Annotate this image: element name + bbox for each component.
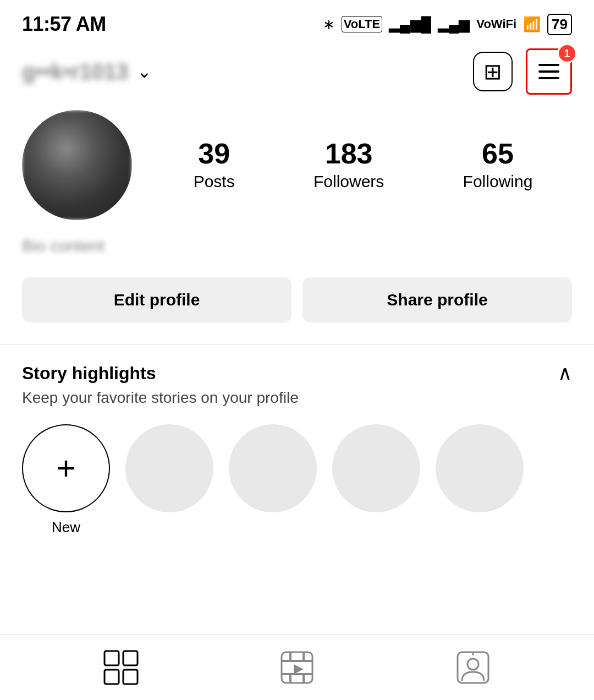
svg-rect-10 [302, 675, 305, 683]
add-post-button[interactable]: ⊞ [473, 52, 513, 91]
posts-label: Posts [194, 172, 235, 191]
svg-rect-2 [105, 670, 119, 684]
svg-rect-7 [289, 652, 292, 660]
highlight-circle-2 [229, 424, 317, 512]
bluetooth-icon: ∗ [323, 16, 335, 33]
new-highlight-label: New [52, 519, 80, 536]
svg-rect-0 [105, 651, 119, 665]
signal-icon: ▂▄▆█ [389, 16, 431, 33]
tab-posts[interactable] [99, 646, 143, 690]
highlights-row: + New [22, 424, 572, 536]
following-stat[interactable]: 65 Following [463, 139, 533, 191]
posts-stat[interactable]: 39 Posts [194, 139, 235, 191]
highlight-circle-3 [332, 424, 420, 512]
new-highlight-item[interactable]: + New [22, 424, 110, 536]
highlights-subtitle: Keep your favorite stories on your profi… [22, 389, 572, 407]
chevron-up-icon[interactable]: ∧ [558, 362, 572, 385]
followers-count: 183 [325, 139, 373, 168]
svg-rect-3 [123, 670, 138, 684]
followers-label: Followers [314, 172, 384, 191]
svg-point-13 [468, 659, 479, 670]
svg-marker-11 [294, 664, 304, 674]
highlight-item-3[interactable] [332, 424, 420, 512]
highlight-item-4[interactable] [436, 424, 524, 512]
bio-area: Bio content [0, 237, 594, 266]
volte-icon: VoLTE [342, 16, 382, 32]
menu-button[interactable]: 1 [526, 48, 572, 95]
tagged-icon [455, 650, 491, 685]
share-profile-button[interactable]: Share profile [302, 277, 572, 322]
tab-reels[interactable] [275, 646, 319, 690]
status-icons: ∗ VoLTE ▂▄▆█ ▂▄▆ VoWiFi 📶 79 [323, 14, 572, 35]
bottom-tab-bar [0, 634, 594, 700]
tab-tagged[interactable] [451, 646, 495, 690]
signal-icon-2: ▂▄▆ [438, 16, 470, 33]
edit-profile-button[interactable]: Edit profile [22, 277, 292, 322]
svg-rect-1 [123, 651, 138, 665]
highlight-circle-1 [125, 424, 213, 512]
bio-name: Bio content [22, 237, 572, 255]
following-label: Following [463, 172, 533, 191]
svg-rect-8 [302, 652, 305, 660]
svg-rect-5 [282, 660, 312, 662]
profile-section: 39 Posts 183 Followers 65 Following [0, 99, 594, 237]
hamburger-icon [538, 64, 559, 79]
following-count: 65 [482, 139, 514, 168]
username-area[interactable]: g••k•r1013 ⌄ [22, 59, 152, 84]
grid-icon [103, 650, 139, 685]
stats-row: 39 Posts 183 Followers 65 Following [154, 139, 572, 191]
new-highlight-circle[interactable]: + [22, 424, 110, 512]
add-highlight-icon: + [56, 452, 75, 485]
avatar[interactable] [22, 110, 132, 220]
highlights-header: Story highlights ∧ [22, 362, 572, 385]
highlights-title: Story highlights [22, 363, 156, 384]
avatar-image [22, 110, 132, 220]
status-time: 11:57 AM [22, 13, 106, 36]
highlight-item-2[interactable] [229, 424, 317, 512]
reels-icon [279, 650, 315, 685]
svg-rect-6 [282, 673, 312, 675]
highlights-section: Story highlights ∧ Keep your favorite st… [0, 345, 594, 547]
vowifi-icon: VoWiFi [476, 17, 516, 31]
notification-badge: 1 [557, 43, 577, 63]
posts-count: 39 [198, 139, 230, 168]
nav-header: g••k•r1013 ⌄ ⊞ 1 [0, 44, 594, 99]
username-label: g••k•r1013 [22, 59, 128, 84]
chevron-down-icon[interactable]: ⌄ [137, 61, 152, 82]
status-bar: 11:57 AM ∗ VoLTE ▂▄▆█ ▂▄▆ VoWiFi 📶 79 [0, 0, 594, 44]
plus-square-icon: ⊞ [483, 59, 502, 84]
svg-rect-9 [289, 675, 292, 683]
nav-actions: ⊞ 1 [473, 48, 572, 95]
wifi-icon: 📶 [523, 16, 541, 33]
followers-stat[interactable]: 183 Followers [314, 139, 384, 191]
highlight-item-1[interactable] [125, 424, 213, 512]
action-buttons: Edit profile Share profile [0, 266, 594, 344]
highlight-circle-4 [436, 424, 524, 512]
battery-icon: 79 [547, 14, 572, 35]
